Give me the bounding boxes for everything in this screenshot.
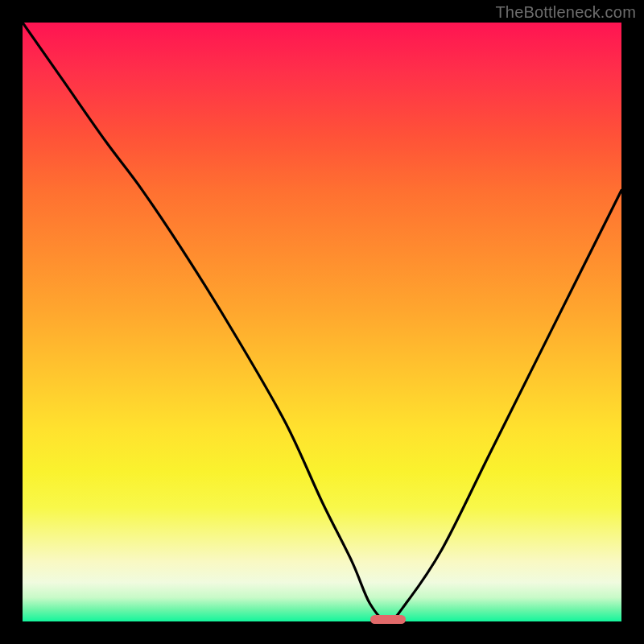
plot-area [23, 23, 621, 621]
bottleneck-curve-path [23, 23, 621, 621]
chart-frame: TheBottleneck.com [0, 0, 644, 644]
optimal-range-marker [370, 615, 407, 624]
watermark-text: TheBottleneck.com [495, 3, 636, 22]
curve-svg [23, 23, 621, 621]
